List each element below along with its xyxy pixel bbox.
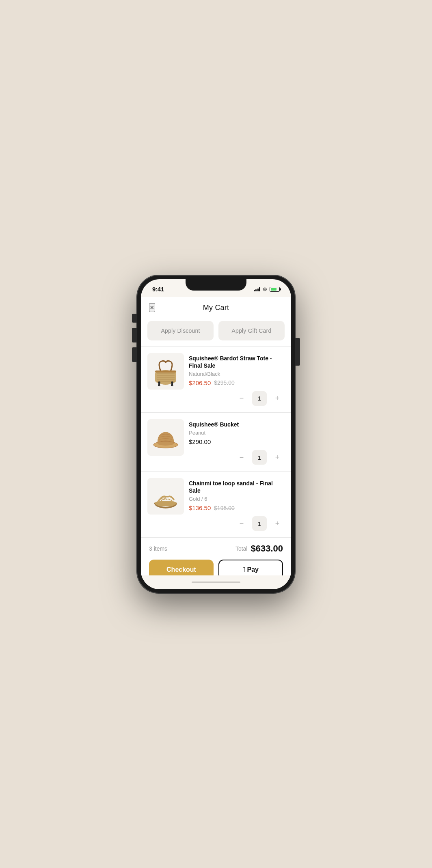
quantity-value: 1 [252, 516, 267, 531]
product-image [147, 419, 184, 456]
svg-point-26 [168, 499, 169, 500]
sale-price: $206.50 [189, 379, 211, 386]
svg-point-22 [161, 500, 162, 501]
svg-point-23 [163, 499, 164, 500]
home-indicator [141, 575, 291, 589]
battery-icon [270, 287, 280, 292]
svg-point-17 [158, 442, 174, 446]
sale-price: $136.50 [189, 504, 211, 511]
svg-point-14 [171, 381, 173, 384]
cart-item: Chainmi toe loop sandal - Final Sale Gol… [141, 471, 291, 537]
svg-point-10 [158, 381, 160, 384]
svg-rect-1 [155, 371, 176, 383]
quantity-value: 1 [252, 450, 267, 465]
product-image [147, 353, 184, 390]
increase-qty-button[interactable]: + [272, 518, 283, 529]
cart-footer: 3 items Total $633.00 Checkout  Pay [141, 537, 291, 575]
decrease-qty-button[interactable]: − [236, 452, 247, 463]
total-amount: $633.00 [251, 543, 283, 554]
item-name: Squishee® Bucket [189, 421, 285, 428]
status-icons: ⊜ [254, 286, 280, 292]
item-pricing: $136.50 $195.00 [189, 504, 285, 511]
product-image [147, 478, 184, 515]
notch [186, 279, 246, 291]
volume-down-button [132, 347, 137, 362]
app-content: × My Cart Apply Discount Apply Gift Card [141, 297, 291, 575]
cart-items-list: Squishee® Bardot Straw Tote - Final Sale… [141, 346, 291, 538]
home-bar [192, 582, 240, 583]
promo-row: Apply Discount Apply Gift Card [141, 317, 291, 346]
total-row: Total $633.00 [235, 543, 283, 554]
cart-summary: 3 items Total $633.00 [149, 543, 283, 554]
regular-price: $290.00 [189, 438, 211, 445]
quantity-row: − 1 + [189, 450, 285, 465]
cart-header: × My Cart [141, 297, 291, 317]
item-details: Chainmi toe loop sandal - Final Sale Gol… [189, 478, 285, 531]
apply-gift-card-button[interactable]: Apply Gift Card [218, 321, 285, 340]
apply-discount-button[interactable]: Apply Discount [147, 321, 214, 340]
page-title: My Cart [203, 304, 229, 312]
volume-up-button [132, 328, 137, 342]
original-price: $295.00 [214, 379, 235, 386]
wifi-icon: ⊜ [263, 286, 267, 292]
total-label: Total [235, 545, 248, 552]
power-button [295, 338, 300, 366]
quantity-row: − 1 + [189, 516, 285, 531]
svg-point-28 [171, 500, 172, 501]
original-price: $195.00 [214, 505, 235, 511]
silent-switch [132, 314, 137, 323]
cart-item: Squishee® Bucket Peanut $290.00 − 1 + [141, 412, 291, 471]
apple-logo-icon:  [243, 566, 246, 573]
item-name: Chainmi toe loop sandal - Final Sale [189, 480, 285, 494]
increase-qty-button[interactable]: + [272, 452, 283, 463]
item-pricing: $206.50 $295.00 [189, 379, 285, 386]
cart-item: Squishee® Bardot Straw Tote - Final Sale… [141, 346, 291, 412]
svg-point-25 [166, 499, 167, 500]
checkout-button[interactable]: Checkout [149, 560, 214, 575]
apple-pay-label: Pay [247, 566, 259, 573]
svg-point-27 [169, 499, 171, 500]
item-variant: Peanut [189, 430, 285, 436]
items-count: 3 items [149, 545, 167, 552]
quantity-row: − 1 + [189, 391, 285, 406]
item-details: Squishee® Bucket Peanut $290.00 − 1 + [189, 419, 285, 465]
decrease-qty-button[interactable]: − [236, 393, 247, 404]
quantity-value: 1 [252, 391, 267, 406]
item-variant: Gold / 6 [189, 496, 285, 502]
decrease-qty-button[interactable]: − [236, 518, 247, 529]
item-details: Squishee® Bardot Straw Tote - Final Sale… [189, 353, 285, 406]
svg-point-21 [160, 501, 161, 502]
svg-rect-15 [155, 370, 176, 373]
item-name: Squishee® Bardot Straw Tote - Final Sale [189, 355, 285, 369]
signal-icon [254, 287, 261, 291]
increase-qty-button[interactable]: + [272, 393, 283, 404]
item-pricing: $290.00 [189, 438, 285, 445]
svg-point-29 [173, 501, 174, 502]
checkout-row: Checkout  Pay [149, 560, 283, 575]
status-time: 9:41 [152, 286, 164, 293]
item-variant: Natural/Black [189, 371, 285, 377]
apple-pay-button[interactable]:  Pay [218, 560, 283, 575]
close-button[interactable]: × [149, 303, 155, 312]
svg-point-24 [164, 499, 166, 500]
